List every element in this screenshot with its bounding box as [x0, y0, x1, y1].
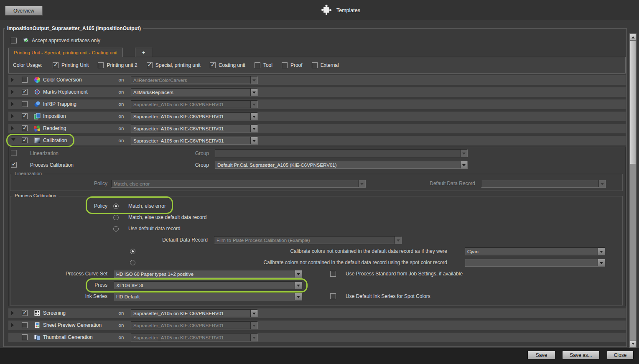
- linearization-checkbox[interactable]: [11, 150, 17, 156]
- dropdown-arrow-icon[interactable]: [250, 89, 257, 96]
- dropdown-arrow-icon[interactable]: [598, 180, 606, 187]
- scroll-up-button[interactable]: [630, 34, 636, 41]
- overview-button[interactable]: Overview: [5, 6, 43, 15]
- calibrate-spot-record-select[interactable]: [465, 259, 605, 267]
- calibrate-as-if-radio[interactable]: [130, 249, 135, 254]
- thumbnail-generation-checkbox[interactable]: [22, 334, 28, 340]
- calibrate-spot-record-radio[interactable]: [130, 260, 135, 265]
- screening-checkbox[interactable]: [22, 310, 28, 316]
- expander-icon[interactable]: [11, 90, 14, 94]
- dropdown-arrow-icon[interactable]: [395, 237, 402, 244]
- usage-printing-unit[interactable]: Printing Unit: [53, 62, 89, 68]
- calibration-target-select[interactable]: Suprasetter_A105 on KIE-C6VPNSERV01: [131, 137, 258, 145]
- dropdown-arrow-icon[interactable]: [250, 101, 257, 108]
- vertical-scrollbar[interactable]: [629, 33, 636, 348]
- color-conversion-target-select[interactable]: AllRendererColorCarvers: [131, 76, 258, 84]
- sheet-preview-checkbox[interactable]: [22, 322, 28, 328]
- usage-coating-unit-checkbox[interactable]: [210, 62, 216, 68]
- dropdown-arrow-icon[interactable]: [250, 310, 257, 317]
- dropdown-arrow-icon[interactable]: [598, 259, 605, 266]
- policy-match-else-default-radio[interactable]: [113, 215, 119, 220]
- thumbnail-generation-target-select[interactable]: Suprasetter_A105 on KIE-C6VPNSERV01: [131, 333, 258, 341]
- use-default-ink-checkbox[interactable]: [330, 293, 336, 299]
- dropdown-arrow-icon[interactable]: [460, 161, 467, 168]
- dropdown-arrow-icon[interactable]: [598, 248, 605, 255]
- dropdown-arrow-icon[interactable]: [295, 270, 302, 277]
- expander-icon[interactable]: [11, 138, 15, 141]
- marks-replacement-target-select[interactable]: AllMarksReplacers: [131, 88, 258, 96]
- press-select[interactable]: XL106-8P-3L: [114, 281, 302, 289]
- process-default-data-record-select[interactable]: Film-to-Plate Process Calibration (Examp…: [214, 236, 402, 244]
- imposition-target-select[interactable]: Suprasetter_A105 on KIE-C6VPNSERV01: [131, 112, 258, 120]
- usage-printing-unit-2-checkbox[interactable]: [98, 62, 104, 68]
- usage-tool-checkbox[interactable]: [255, 62, 260, 68]
- rendering-target-select[interactable]: Suprasetter_A105 on KIE-C6VPNSERV01: [131, 125, 258, 132]
- use-process-standard-checkbox[interactable]: [330, 271, 336, 277]
- dropdown-arrow-icon[interactable]: [358, 180, 365, 187]
- expander-icon[interactable]: [11, 323, 14, 327]
- usage-external-checkbox[interactable]: [312, 62, 318, 68]
- policy-match-else-error-radio[interactable]: [113, 204, 119, 209]
- select-value: AllRendererColorCarvers: [131, 78, 250, 83]
- dropdown-arrow-icon[interactable]: [250, 322, 257, 329]
- usage-tool[interactable]: Tool: [255, 62, 272, 68]
- scrollbar-thumb[interactable]: [630, 41, 636, 164]
- calibration-checkbox[interactable]: [22, 137, 28, 143]
- expander-icon[interactable]: [11, 102, 14, 106]
- process-calibration-group-select[interactable]: Default Pr.Cal. Suprasetter_A105 (KIE-C6…: [215, 161, 468, 169]
- marks-replacement-checkbox[interactable]: [22, 89, 28, 95]
- usage-coating-unit[interactable]: Coating unit: [210, 62, 245, 68]
- usage-external[interactable]: External: [312, 62, 339, 68]
- process-calibration-checkbox[interactable]: [11, 162, 17, 168]
- ink-series-select[interactable]: HD Default: [114, 293, 302, 300]
- save-button[interactable]: Save: [527, 351, 555, 359]
- color-conversion-checkbox[interactable]: [22, 77, 28, 83]
- arrow-up-icon: [631, 35, 635, 38]
- sheet-preview-target-select[interactable]: Suprasetter_A105 on KIE-C6VPNSERV01: [131, 321, 258, 329]
- dropdown-arrow-icon[interactable]: [250, 137, 257, 144]
- dropdown-arrow-icon[interactable]: [250, 76, 257, 84]
- inrip-trapping-target-select[interactable]: Suprasetter_A105 on KIE-C6VPNSERV01: [131, 100, 258, 108]
- inrip-trapping-checkbox[interactable]: [22, 101, 28, 107]
- expander-icon[interactable]: [11, 78, 14, 82]
- rendering-checkbox[interactable]: [22, 125, 28, 131]
- tab-printing-unit-group[interactable]: Printing Unit - Special, printing unit -…: [8, 48, 123, 57]
- process-curve-set-select[interactable]: HD ISO 60 Paper types 1+2 positive: [114, 270, 302, 278]
- policy-use-default-radio[interactable]: [113, 226, 119, 232]
- usage-printing-unit-checkbox[interactable]: [53, 62, 59, 68]
- on-label: on: [114, 75, 129, 85]
- usage-special-printing-unit-checkbox[interactable]: [147, 62, 153, 68]
- dropdown-arrow-icon[interactable]: [295, 293, 302, 300]
- select-value: Match, else error: [112, 181, 358, 186]
- dropdown-arrow-icon[interactable]: [295, 282, 302, 289]
- expander-icon[interactable]: [11, 114, 14, 118]
- scroll-down-button[interactable]: [630, 341, 636, 347]
- screening-target-select[interactable]: Suprasetter_A105 on KIE-C6VPNSERV01: [131, 309, 258, 317]
- step-label: Rendering: [43, 124, 66, 133]
- dropdown-arrow-icon[interactable]: [250, 334, 257, 341]
- select-value: AllMarksReplacers: [131, 90, 250, 95]
- usage-special-printing-unit[interactable]: Special, printing unit: [147, 62, 201, 68]
- calibrate-as-if-color-select[interactable]: Cyan: [465, 247, 605, 255]
- dropdown-arrow-icon[interactable]: [250, 113, 257, 120]
- expander-icon[interactable]: [11, 311, 14, 315]
- usage-proof-checkbox[interactable]: [282, 62, 288, 68]
- linearization-default-data-record-select[interactable]: [481, 180, 606, 188]
- usage-proof[interactable]: Proof: [282, 62, 303, 68]
- imposition-checkbox[interactable]: [22, 113, 28, 119]
- save-as-button[interactable]: Save as...: [562, 351, 600, 359]
- accept-approved-checkbox[interactable]: [11, 38, 17, 43]
- puzzle-icon: [321, 4, 333, 17]
- use-default-ink-label: Use Default Ink Series for Spot Colors: [346, 293, 430, 300]
- select-value: Suprasetter_A105 on KIE-C6VPNSERV01: [131, 114, 250, 119]
- select-value: Suprasetter_A105 on KIE-C6VPNSERV01: [131, 126, 250, 131]
- expander-icon[interactable]: [11, 126, 14, 130]
- linearization-group-select[interactable]: [215, 149, 468, 157]
- add-tab-button[interactable]: +: [135, 48, 152, 57]
- close-button[interactable]: Close: [607, 351, 634, 359]
- linearization-groupbox-title: Linearization: [13, 171, 44, 176]
- linearization-policy-select[interactable]: Match, else error: [111, 180, 366, 188]
- dropdown-arrow-icon[interactable]: [250, 125, 257, 132]
- dropdown-arrow-icon[interactable]: [460, 150, 467, 157]
- usage-printing-unit-2[interactable]: Printing unit 2: [98, 62, 137, 68]
